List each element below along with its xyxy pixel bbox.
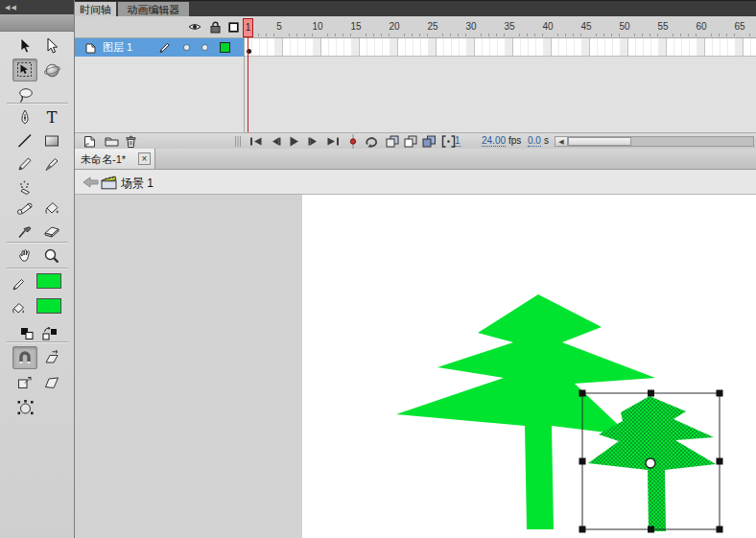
frame-cell[interactable] [567,38,575,56]
zoom-tool-button[interactable] [39,245,64,268]
document-close-button[interactable]: × [138,152,151,165]
frame-cell[interactable] [321,38,329,56]
panel-grip-icon[interactable] [234,136,242,147]
line-tool-button[interactable] [12,129,37,152]
document-tab[interactable]: 未命名-1* × [75,149,155,169]
scene-name-label[interactable]: 场景 1 [121,175,154,192]
frame-cell[interactable] [651,38,659,56]
frame-cell[interactable] [413,38,421,56]
selection-tool-button[interactable] [12,35,37,58]
scrollbar-thumb[interactable] [568,137,631,146]
collapse-panel-button[interactable]: ◀◀ [0,0,74,14]
frame-cell[interactable] [674,38,682,56]
modify-markers-button[interactable] [441,135,456,148]
frame-cell[interactable] [460,38,467,56]
tools-panel-header[interactable] [0,14,74,32]
tab-motion-editor[interactable]: 动画编辑器 [118,2,189,17]
frame-cell[interactable] [690,38,697,56]
free-transform-tool-button[interactable] [12,58,37,82]
elapsed-time-value[interactable]: 0.0 [528,135,541,147]
frame-cell[interactable] [744,38,751,56]
scrollbar-left-arrow[interactable]: ◀ [555,137,568,146]
frame-cell[interactable] [613,38,621,56]
paint-bucket-tool-button[interactable] [39,198,64,221]
delete-layer-trash-button[interactable] [125,135,137,148]
frame-cell[interactable] [728,38,736,56]
frame-cell[interactable] [291,38,298,56]
envelope-option-button[interactable] [12,396,37,419]
center-frame-button[interactable] [349,134,357,149]
frame-cell[interactable] [245,38,252,56]
frame-cell[interactable] [475,38,483,56]
show-hide-all-layers-icon[interactable] [188,22,201,32]
frame-cell[interactable] [452,38,460,56]
pencil-tool-button[interactable] [12,152,37,175]
frame-cell[interactable] [344,38,352,56]
play-button[interactable] [289,136,299,147]
frame-cell[interactable] [283,38,291,56]
frame-cell[interactable] [429,38,437,56]
frame-cell[interactable] [559,38,567,56]
frame-cell[interactable] [521,38,529,56]
frame-cell[interactable] [544,38,552,56]
frame-cell[interactable] [498,38,506,56]
frame-cell[interactable] [444,38,452,56]
new-folder-button[interactable] [105,135,119,147]
show-all-layers-as-outlines-icon[interactable] [228,22,239,33]
frame-cell[interactable] [437,38,444,56]
transform-handle[interactable] [717,526,723,533]
frame-cell[interactable] [490,38,498,56]
playhead-marker[interactable]: 1 [243,18,253,37]
frame-cell[interactable] [375,38,383,56]
frame-cell[interactable] [736,38,744,56]
frame-cell[interactable] [421,38,429,56]
frame-cell[interactable] [260,38,268,56]
frame-cell[interactable] [275,38,283,56]
frame-cell[interactable] [705,38,713,56]
onion-skin-button[interactable] [386,135,399,148]
frame-cell[interactable] [406,38,413,56]
playhead-line[interactable] [248,37,248,132]
frame-cell[interactable] [398,38,406,56]
transform-handle[interactable] [579,526,586,533]
transform-handle[interactable] [579,458,586,465]
transform-handle[interactable] [717,390,723,397]
timeline-empty-area[interactable] [75,57,756,132]
frame-cell[interactable] [252,38,260,56]
layer-name-cell[interactable]: 图层 1 [75,38,244,57]
fill-color-swatch[interactable] [36,298,61,314]
rectangle-tool-button[interactable] [39,129,64,152]
scale-option-button[interactable] [12,371,37,394]
big-tree-shape[interactable] [396,294,655,529]
timeline-horizontal-scrollbar[interactable]: ◀ [555,136,754,147]
frame-cell[interactable] [582,38,590,56]
frame-cell[interactable] [367,38,375,56]
frame-cell[interactable] [268,38,275,56]
pen-tool-button[interactable] [12,106,37,129]
new-layer-button[interactable] [83,135,97,148]
frame-cell[interactable] [575,38,582,56]
3d-rotation-tool-button[interactable] [39,58,64,82]
frame-cell[interactable] [697,38,705,56]
current-frame-indicator[interactable]: 1 [455,135,461,147]
transform-handle[interactable] [579,390,586,397]
layer-outline-color-chip[interactable] [220,42,230,53]
frame-cell[interactable] [383,38,390,56]
frame-cell[interactable] [314,38,321,56]
frame-cell[interactable] [298,38,306,56]
timeline-header-row[interactable]: 5101520253035404550556065 [75,16,756,38]
transform-handle[interactable] [648,526,654,533]
frame-cell[interactable] [628,38,636,56]
frame-cell[interactable] [621,38,628,56]
layer-lock-dot[interactable] [202,45,207,50]
transform-center-point[interactable] [646,458,655,468]
frame-cell[interactable] [721,38,728,56]
frame-cell[interactable] [390,38,398,56]
subselection-tool-button[interactable] [39,35,64,58]
rotate-skew-option-button[interactable] [39,346,64,369]
transform-handle[interactable] [648,390,654,397]
frame-cell[interactable] [536,38,544,56]
eyedropper-tool-button[interactable] [12,220,37,243]
hand-tool-button[interactable] [12,245,37,268]
frame-cell[interactable] [713,38,721,56]
